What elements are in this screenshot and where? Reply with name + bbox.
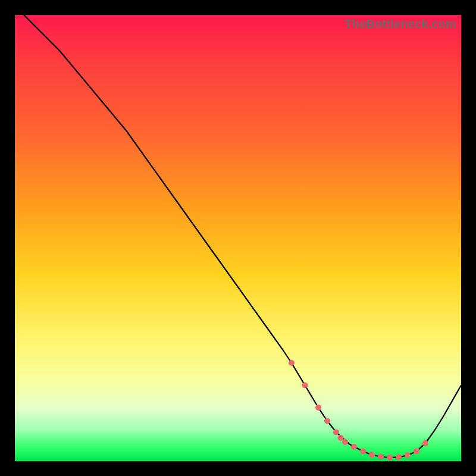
- bottleneck-curve-path: [24, 15, 461, 458]
- marker-point: [342, 439, 348, 445]
- curve-svg: [15, 15, 461, 461]
- marker-point: [333, 429, 339, 435]
- marker-point: [360, 449, 366, 455]
- marker-point: [351, 444, 357, 450]
- marker-point: [378, 454, 384, 460]
- marker-point: [422, 440, 428, 446]
- marker-point: [387, 455, 393, 461]
- marker-point: [324, 418, 330, 424]
- chart-stage: TheBottleneck.com: [0, 0, 476, 476]
- marker-point: [302, 383, 308, 389]
- marker-point: [396, 454, 402, 460]
- marker-point: [289, 360, 295, 366]
- marker-point: [369, 452, 375, 458]
- marker-point: [338, 435, 344, 441]
- highlight-markers: [289, 360, 428, 461]
- marker-point: [414, 449, 419, 455]
- gradient-plot-area: TheBottleneck.com: [15, 15, 461, 461]
- marker-point: [405, 452, 411, 458]
- marker-point: [315, 405, 321, 411]
